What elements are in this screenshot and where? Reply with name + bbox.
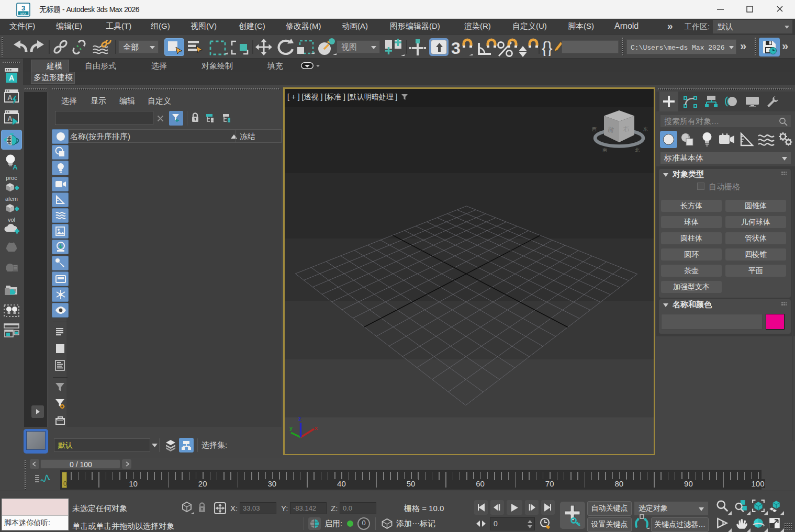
svg-text:z: z xyxy=(298,415,301,422)
svg-text:A: A xyxy=(9,74,14,82)
svg-text:MAX: MAX xyxy=(20,12,27,15)
svg-text:A: A xyxy=(7,115,13,122)
svg-text:3: 3 xyxy=(451,39,461,57)
svg-text:右: 右 xyxy=(622,124,630,133)
svg-text:x: x xyxy=(315,425,318,431)
svg-text:3: 3 xyxy=(21,4,25,12)
svg-text:前: 前 xyxy=(607,126,614,134)
svg-text:西: 西 xyxy=(592,127,597,132)
svg-text:北: 北 xyxy=(635,148,640,153)
svg-text:A: A xyxy=(13,163,18,171)
svg-text:A: A xyxy=(7,94,13,101)
svg-text:东: 东 xyxy=(643,127,648,132)
svg-text:y: y xyxy=(289,425,293,431)
svg-text:{}: {} xyxy=(542,39,553,56)
svg-text:南: 南 xyxy=(602,148,607,153)
